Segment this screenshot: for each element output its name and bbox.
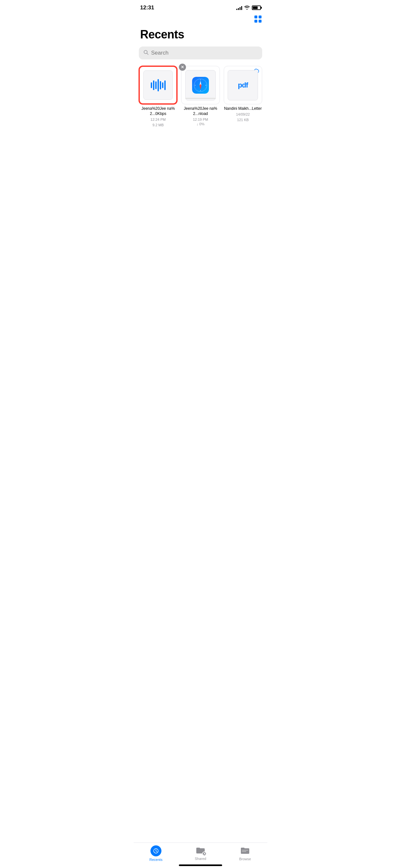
file-name-3: Nandini Maikh...Letter: [224, 106, 262, 112]
page-title: Recents: [134, 25, 267, 46]
file-time-1: 12:24 PM: [150, 117, 166, 122]
file-thumbnail-1: [139, 66, 177, 104]
file-name-1: Jeena%20Jee na%2...0Kbps: [139, 106, 177, 116]
status-time: 12:31: [140, 4, 154, 11]
wifi-icon: [244, 5, 250, 11]
file-size-3: 121 KB: [237, 118, 249, 122]
svg-rect-2: [254, 20, 257, 23]
file-item-1[interactable]: Jeena%20Jee na%2...0Kbps 12:24 PM 9.2 MB: [139, 66, 177, 128]
status-bar: 12:31: [134, 0, 267, 13]
file-name-2: Jeena%20Jee na%2...nload: [181, 106, 220, 116]
status-icons: [236, 5, 261, 11]
search-icon: [143, 50, 149, 56]
file-thumbnail-2: ✕: [181, 66, 220, 104]
file-thumbnail-3: pdf: [224, 66, 262, 104]
svg-rect-3: [258, 20, 261, 23]
download-progress-2: ↓ 0%: [197, 122, 204, 126]
file-size-1: 9.2 MB: [152, 123, 164, 128]
pdf-label-icon: pdf: [238, 81, 248, 89]
file-time-2: 12:19 PM: [193, 117, 208, 122]
battery-icon: [252, 5, 261, 10]
files-grid: Jeena%20Jee na%2...0Kbps 12:24 PM 9.2 MB…: [134, 66, 267, 128]
audio-waveform-icon: [151, 79, 166, 92]
search-bar[interactable]: [139, 46, 262, 59]
search-input[interactable]: [151, 50, 258, 56]
grid-view-button[interactable]: [254, 15, 262, 25]
header: [134, 13, 267, 25]
cancel-badge[interactable]: ✕: [179, 64, 186, 71]
signal-icon: [236, 5, 242, 10]
file-item-2[interactable]: ✕: [181, 66, 220, 128]
safari-icon: [192, 77, 209, 94]
file-item-3[interactable]: pdf Nandini Maikh...Letter 14/09/22 121 …: [224, 66, 262, 128]
svg-rect-0: [254, 16, 257, 19]
svg-line-5: [147, 53, 148, 55]
svg-rect-1: [258, 16, 261, 19]
file-time-3: 14/09/22: [236, 112, 250, 117]
